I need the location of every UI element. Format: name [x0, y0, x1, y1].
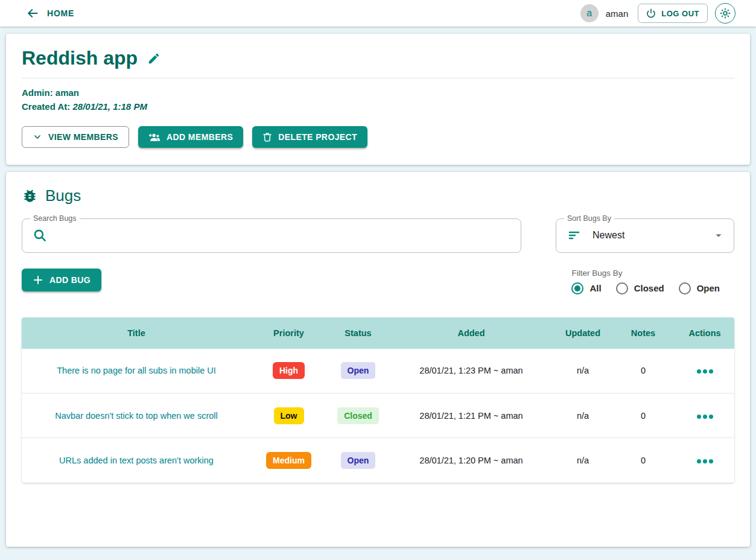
- search-field-label: Search Bugs: [30, 214, 80, 223]
- delete-project-label: DELETE PROJECT: [278, 132, 357, 142]
- bug-title-link[interactable]: There is no page for all subs in mobile …: [22, 349, 251, 393]
- add-bug-button[interactable]: ADD BUG: [22, 269, 101, 291]
- row-actions-menu-icon[interactable]: [697, 415, 713, 419]
- project-title: Reddish app: [22, 47, 138, 69]
- col-header-actions: Actions: [673, 317, 734, 349]
- logout-label: LOG OUT: [661, 9, 699, 18]
- back-arrow-icon: [27, 7, 39, 19]
- col-header-added: Added: [390, 317, 553, 349]
- table-header-row: Title Priority Status Added Updated Note…: [22, 317, 734, 349]
- filter-radio-closed-label: Closed: [634, 283, 664, 293]
- view-members-label: VIEW MEMBERS: [48, 132, 118, 142]
- avatar-initial: a: [586, 8, 592, 19]
- status-badge: Closed: [337, 407, 379, 424]
- theme-toggle-button[interactable]: [715, 3, 735, 24]
- sort-icon: [567, 228, 582, 243]
- bugs-card: Bugs Search Bugs Sort Bugs By Newest: [6, 172, 750, 547]
- trash-icon: [262, 132, 272, 142]
- chevron-down-icon: [33, 132, 42, 142]
- search-icon: [32, 228, 48, 243]
- logout-button[interactable]: LOG OUT: [638, 4, 708, 23]
- updated-cell: n/a: [553, 349, 613, 393]
- notes-cell: 0: [613, 438, 673, 483]
- col-header-title: Title: [22, 317, 251, 349]
- radio-icon: [679, 282, 691, 294]
- admin-label: Admin:: [22, 88, 53, 98]
- col-header-status: Status: [326, 317, 390, 349]
- priority-badge: Medium: [266, 452, 311, 469]
- filter-radio-all[interactable]: All: [571, 282, 601, 294]
- added-cell: 28/01/21, 1:23 PM ~ aman: [390, 349, 553, 393]
- updated-cell: n/a: [553, 393, 613, 438]
- filter-radio-open[interactable]: Open: [679, 282, 720, 294]
- username-text: aman: [606, 8, 629, 19]
- row-actions-menu-icon[interactable]: [697, 459, 713, 463]
- add-members-button[interactable]: ADD MEMBERS: [138, 126, 243, 148]
- bugs-table: Title Priority Status Added Updated Note…: [22, 317, 734, 483]
- col-header-priority: Priority: [251, 317, 326, 349]
- priority-badge: Low: [274, 407, 304, 424]
- edit-pencil-icon[interactable]: [147, 52, 160, 65]
- bug-icon: [22, 188, 38, 204]
- project-created-line: Created At: 28/01/21, 1:18 PM: [22, 100, 734, 113]
- sort-bugs-select[interactable]: Sort Bugs By Newest: [556, 218, 734, 253]
- sort-selected-value: Newest: [592, 230, 712, 241]
- bug-title-link[interactable]: Navbar doesn't stick to top when we scro…: [22, 393, 251, 438]
- plus-icon: [33, 275, 43, 285]
- filter-bugs-group: Filter Bugs By All Closed Open: [571, 269, 734, 294]
- bugs-heading: Bugs: [45, 186, 81, 205]
- sort-field-label: Sort Bugs By: [564, 214, 614, 223]
- add-bug-label: ADD BUG: [49, 275, 91, 285]
- add-members-label: ADD MEMBERS: [167, 132, 233, 142]
- notes-cell: 0: [613, 393, 673, 438]
- group-add-icon: [148, 132, 160, 142]
- search-bugs-input[interactable]: [55, 230, 511, 241]
- updated-cell: n/a: [553, 438, 613, 483]
- power-icon: [646, 8, 656, 18]
- table-row: Navbar doesn't stick to top when we scro…: [22, 393, 734, 438]
- sun-icon: [719, 7, 731, 19]
- created-label: Created At:: [22, 101, 70, 112]
- divider: [22, 78, 734, 78]
- view-members-button[interactable]: VIEW MEMBERS: [22, 126, 129, 148]
- added-cell: 28/01/21, 1:20 PM ~ aman: [390, 438, 553, 483]
- top-navbar: HOME a aman LOG OUT: [0, 0, 756, 27]
- radio-icon: [571, 282, 583, 294]
- created-value: 28/01/21, 1:18 PM: [72, 101, 147, 112]
- delete-project-button[interactable]: DELETE PROJECT: [252, 126, 367, 148]
- home-nav-link[interactable]: HOME: [27, 7, 74, 19]
- status-badge: Open: [341, 362, 376, 379]
- notes-cell: 0: [613, 349, 673, 393]
- admin-value: aman: [56, 88, 79, 98]
- bug-title-link[interactable]: URLs added in text posts aren't working: [22, 438, 251, 483]
- home-label: HOME: [47, 8, 74, 18]
- filter-radio-closed[interactable]: Closed: [616, 282, 664, 294]
- table-row: There is no page for all subs in mobile …: [22, 349, 734, 393]
- filter-radio-all-label: All: [589, 283, 601, 293]
- avatar: a: [580, 4, 599, 22]
- table-row: URLs added in text posts aren't working …: [22, 438, 734, 483]
- project-admin-line: Admin: aman: [22, 86, 734, 100]
- row-actions-menu-icon[interactable]: [697, 369, 713, 374]
- project-card: Reddish app Admin: aman Created At: 28/0…: [6, 34, 750, 165]
- search-bugs-field[interactable]: Search Bugs: [22, 218, 521, 253]
- filter-radio-open-label: Open: [697, 283, 720, 293]
- status-badge: Open: [341, 452, 376, 469]
- added-cell: 28/01/21, 1:21 PM ~ aman: [390, 393, 553, 438]
- col-header-updated: Updated: [553, 317, 613, 349]
- filter-bugs-label: Filter Bugs By: [571, 269, 720, 278]
- radio-icon: [616, 282, 628, 294]
- priority-badge: High: [273, 362, 305, 379]
- col-header-notes: Notes: [613, 317, 673, 349]
- dropdown-arrow-icon: [712, 229, 725, 242]
